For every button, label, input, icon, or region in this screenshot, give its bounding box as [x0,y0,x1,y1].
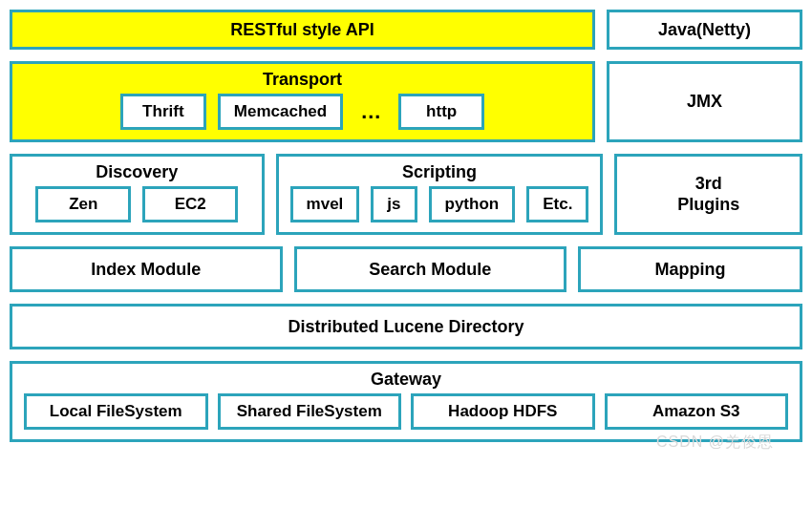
java-netty-label: Java(Netty) [658,20,751,40]
restful-api-box: RESTful style API [10,10,595,50]
transport-item-http: http [398,94,484,130]
jmx-box: JMX [607,61,802,142]
scripting-item-js: js [371,186,417,222]
transport-item-memcached: Memcached [218,94,343,130]
transport-item-thrift: Thrift [120,94,206,130]
plugins-line2: Plugins [677,195,739,216]
transport-title: Transport [12,64,592,94]
gateway-item-hdfs: Hadoop HDFS [411,393,595,430]
gateway-item-shared: Shared FileSystem [218,393,402,430]
discovery-title: Discovery [12,157,262,186]
jmx-label: JMX [687,92,722,112]
plugins-line1: 3rd [695,174,722,195]
gateway-item-s3: Amazon S3 [605,393,789,430]
discovery-container: Discovery Zen EC2 [10,154,265,235]
scripting-item-mvel: mvel [290,186,360,222]
gateway-item-local: Local FileSystem [24,393,208,430]
search-module-label: Search Module [369,260,491,280]
java-netty-box: Java(Netty) [607,10,802,50]
index-module-label: Index Module [91,260,201,280]
mapping-label: Mapping [655,260,726,280]
plugins-box: 3rd Plugins [614,154,802,235]
discovery-item-zen: Zen [35,186,131,222]
transport-dots: … [354,99,387,124]
search-module-box: Search Module [294,246,567,292]
index-module-box: Index Module [10,246,283,292]
scripting-item-etc: Etc. [526,186,588,222]
scripting-item-python: python [429,186,516,222]
lucene-directory-label: Distributed Lucene Directory [288,317,524,337]
scripting-container: Scripting mvel js python Etc. [276,154,604,235]
mapping-box: Mapping [578,246,802,292]
scripting-title: Scripting [279,157,601,186]
lucene-directory-box: Distributed Lucene Directory [10,304,802,349]
gateway-container: Gateway Local FileSystem Shared FileSyst… [10,361,802,442]
gateway-title: Gateway [12,364,800,393]
transport-container: Transport Thrift Memcached … http [10,61,595,142]
discovery-item-ec2: EC2 [142,186,238,222]
restful-api-label: RESTful style API [230,20,374,40]
